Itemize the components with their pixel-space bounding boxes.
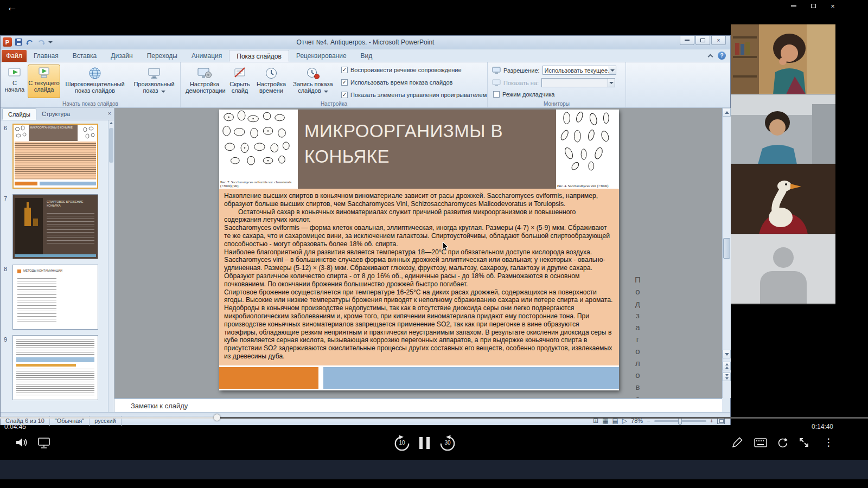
- checkbox-show-media-controls[interactable]: ✓ Показать элементы управления проигрыва…: [341, 92, 487, 98]
- image-caption: Рис. 4. Saccharomyces vini (×3000): [557, 184, 618, 188]
- micro-image-right[interactable]: Рис. 4. Saccharomyces vini (×3000): [556, 110, 619, 189]
- collapse-ribbon-icon[interactable]: [708, 54, 713, 59]
- tab-view[interactable]: Вид: [354, 50, 380, 62]
- button-label: Настройка времени: [257, 81, 286, 94]
- powerpoint-window: P Отчет №4. Antiquerpos. - Microsoft Pow…: [0, 35, 731, 425]
- tab-insert[interactable]: Вставка: [66, 50, 104, 62]
- back-icon[interactable]: ←: [7, 1, 17, 14]
- participant-video-1[interactable]: [731, 24, 835, 94]
- ppt-minimize-button[interactable]: [680, 36, 694, 45]
- record-slideshow-button[interactable]: Запись показа слайдов: [289, 65, 337, 98]
- micro-image-left[interactable]: Рис. 7. Saccharomyces oviformis var. che…: [219, 110, 298, 189]
- presenter-view-row[interactable]: Режим докладчика: [493, 91, 554, 98]
- mouse-cursor: [442, 241, 449, 254]
- scroll-down-button[interactable]: [723, 350, 731, 358]
- next-slide-button[interactable]: [723, 373, 731, 381]
- ppt-close-button[interactable]: ×: [711, 36, 726, 45]
- zoom-slider[interactable]: [654, 420, 706, 422]
- slide-thumbnail-9[interactable]: [12, 335, 98, 400]
- resolution-dropdown[interactable]: Использовать текущее…: [542, 66, 616, 75]
- tab-animations[interactable]: Анимация: [184, 50, 229, 62]
- tab-home[interactable]: Главная: [27, 50, 66, 62]
- participant-video-3[interactable]: [731, 164, 835, 234]
- slide-thumbnail-6[interactable]: МИКРООРГАНИЗМЫ В КОНЬЯКЕ: [12, 124, 98, 189]
- thumb-title: МИКРООРГАНИЗМЫ В КОНЬЯКЕ: [29, 125, 78, 141]
- checkbox-use-timings[interactable]: ✓ Использовать время показа слайдов: [341, 79, 452, 86]
- pause-button[interactable]: [419, 437, 430, 449]
- slide-scrollbar[interactable]: [722, 108, 731, 398]
- yeast-cells-drawing: [556, 110, 616, 172]
- monitor-icon: [492, 79, 501, 86]
- forward-30-button[interactable]: 30: [438, 434, 457, 453]
- setup-slideshow-button[interactable]: Настройка демонстрации: [185, 65, 224, 98]
- video-close-button[interactable]: ×: [827, 1, 839, 11]
- scroll-up-icon[interactable]: [110, 122, 113, 124]
- tab-file[interactable]: Файл: [2, 50, 27, 62]
- show-on-dropdown: [541, 78, 615, 87]
- notes-pane[interactable]: Заметки к слайду: [114, 398, 722, 412]
- volume-button[interactable]: [15, 437, 28, 448]
- tab-review[interactable]: Рецензирование: [289, 50, 354, 62]
- slide-thumbnail-8[interactable]: МЕТОДЫ КОНТАМИНАЦИИ: [12, 265, 98, 330]
- slides-pane: Слайды Структура × 6 МИКРООРГАНИЗМЫ В КО…: [1, 108, 114, 412]
- scrollbar-thumb[interactable]: [723, 238, 730, 259]
- slide-canvas: Рис. 7. Saccharomyces oviformis var. che…: [114, 108, 722, 398]
- avatar-placeholder-icon: [773, 247, 794, 268]
- seek-bar-knob[interactable]: [214, 414, 220, 421]
- keyboard-icon: [754, 438, 767, 447]
- minimize-icon: [791, 5, 796, 7]
- help-icon[interactable]: ?: [718, 52, 726, 60]
- broadcast-slideshow-button[interactable]: Широковещательный показ слайдов: [62, 65, 127, 98]
- title-bar: P Отчет №4. Antiquerpos. - Microsoft Pow…: [1, 36, 730, 49]
- checkbox[interactable]: ✓: [341, 67, 348, 73]
- checkbox[interactable]: ✓: [341, 79, 348, 86]
- tab-outline[interactable]: Структура: [36, 108, 75, 120]
- checkbox[interactable]: ✓: [341, 92, 348, 98]
- video-minimize-button[interactable]: [788, 1, 800, 11]
- scroll-up-button[interactable]: [723, 108, 731, 117]
- subtitle-placeholder[interactable]: Подзаголовок: [633, 275, 642, 398]
- slide: Рис. 7. Saccharomyces oviformis var. che…: [219, 110, 619, 390]
- rewind-10-button[interactable]: 10: [393, 434, 411, 453]
- custom-slideshow-button[interactable]: Произвольный показ: [130, 65, 178, 98]
- presentation-button[interactable]: [38, 437, 50, 448]
- pane-close-icon[interactable]: ×: [108, 110, 111, 117]
- rehearse-timings-button[interactable]: Настройка времени: [256, 65, 287, 98]
- hide-slide-button[interactable]: Скрыть слайд: [226, 65, 253, 98]
- checkbox-play-narrations[interactable]: ✓ Воспроизвести речевое сопровождение: [341, 67, 462, 73]
- thumb-title: МЕТОДЫ КОНТАМИНАЦИИ: [23, 269, 88, 272]
- rotate-button[interactable]: [777, 437, 788, 448]
- clock-icon: [265, 67, 278, 80]
- scrollbar-thumb[interactable]: [109, 128, 113, 163]
- man-webcam: [731, 94, 835, 164]
- slide-body-text[interactable]: Накопление высших спиртов в коньячном ви…: [219, 189, 619, 365]
- slide-thumbnail-7[interactable]: СПИРТОВОЕ БРОЖЕНИЕ КОНЬЯКА: [12, 194, 98, 259]
- paragraph: Наиболее благоприятной для развития явля…: [224, 248, 614, 256]
- checkbox-label: Использовать время показа слайдов: [350, 79, 452, 86]
- scroll-down-icon: [725, 353, 729, 356]
- dropdown-button[interactable]: [609, 66, 616, 74]
- more-options-button[interactable]: ⋮: [824, 436, 834, 448]
- tab-slideshow[interactable]: Показ слайдов: [229, 50, 289, 62]
- paragraph: Спиртовое брожение осуществляется при те…: [224, 288, 614, 361]
- pane-scrollbar[interactable]: [108, 120, 114, 412]
- draw-button[interactable]: [731, 437, 743, 448]
- tab-slides[interactable]: Слайды: [2, 108, 36, 120]
- keyboard-button[interactable]: [754, 438, 767, 447]
- tab-design[interactable]: Дизайн: [104, 50, 139, 62]
- participant-video-4[interactable]: [731, 234, 835, 304]
- participant-video-2[interactable]: [731, 94, 835, 164]
- horizontal-scrollbar[interactable]: [1, 412, 730, 416]
- checkbox[interactable]: [493, 91, 500, 98]
- resolution-label: Разрешение:: [503, 67, 540, 74]
- tab-transitions[interactable]: Переходы: [140, 50, 184, 62]
- fullscreen-button[interactable]: [799, 437, 809, 448]
- ppt-restore-button[interactable]: [695, 36, 710, 45]
- rewind-seconds: 10: [393, 440, 411, 446]
- from-beginning-button[interactable]: С начала: [3, 65, 27, 98]
- video-maximize-button[interactable]: [807, 1, 819, 11]
- window-title: Отчет №4. Antiquerpos. - Microsoft Power…: [1, 38, 730, 46]
- from-current-slide-button[interactable]: С текущего слайда: [28, 65, 60, 98]
- previous-slide-button[interactable]: [723, 362, 731, 370]
- slide-title[interactable]: МИКРООРГАНИЗМЫ В КОНЬЯКЕ: [298, 110, 556, 189]
